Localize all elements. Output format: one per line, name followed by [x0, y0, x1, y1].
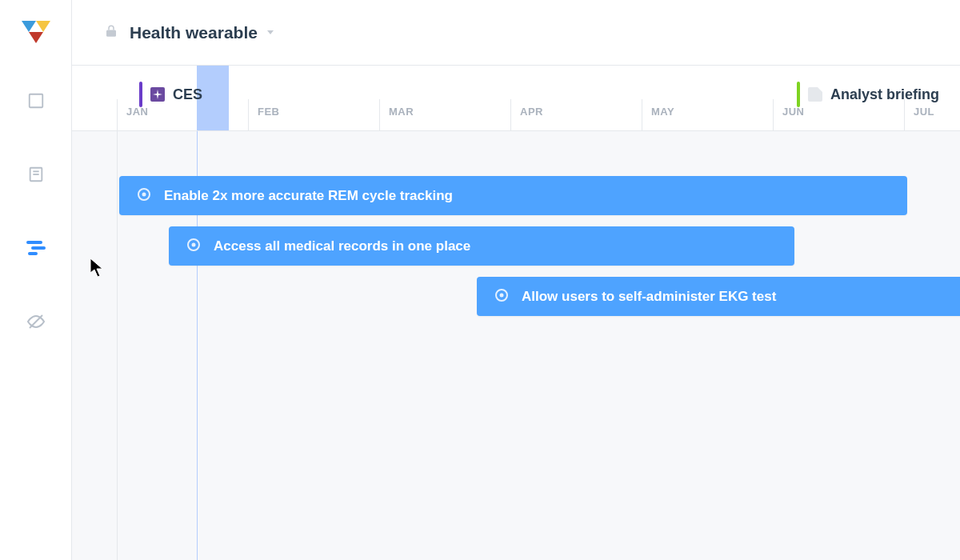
month-label: MAY: [651, 106, 674, 118]
month-label: JUN: [782, 106, 805, 118]
timeline-header: JANFEBMARAPRMAYJUNJULCESAnalyst briefing: [72, 66, 960, 131]
month-label: FEB: [258, 106, 280, 118]
sparkle-icon: [150, 87, 165, 102]
sidebar: [0, 0, 72, 560]
nav-roadmap-icon[interactable]: [26, 238, 46, 258]
svg-rect-10: [31, 246, 46, 250]
month-label: MAR: [389, 106, 414, 118]
roadmap-card-label: Access all medical records in one place: [214, 238, 470, 254]
event-marker: [797, 82, 800, 107]
header: Health wearable: [72, 0, 960, 66]
svg-point-17: [142, 192, 146, 196]
svg-rect-11: [28, 252, 38, 255]
chevron-down-icon[interactable]: [266, 26, 275, 40]
document-icon: [808, 87, 822, 102]
app-logo[interactable]: [22, 21, 50, 50]
month-label: APR: [520, 106, 543, 118]
target-icon: [494, 288, 509, 306]
nav-document-icon[interactable]: [26, 165, 46, 184]
lock-icon: [104, 23, 118, 42]
svg-point-19: [192, 242, 196, 246]
workspace-title[interactable]: Health wearable: [130, 23, 258, 42]
event-label: Analyst briefing: [830, 86, 939, 103]
roadmap-area[interactable]: Enable 2x more accurate REM cycle tracki…: [72, 131, 960, 560]
svg-marker-14: [267, 30, 274, 34]
event-label: CES: [173, 86, 202, 103]
svg-marker-15: [153, 90, 162, 99]
roadmap-card[interactable]: Allow users to self-administer EKG test: [477, 277, 960, 316]
timeline-event[interactable]: Analyst briefing: [797, 82, 939, 107]
roadmap-card-label: Allow users to self-administer EKG test: [522, 289, 776, 305]
month-label: JUL: [914, 106, 934, 118]
nav-board-icon[interactable]: [26, 91, 46, 110]
roadmap-card-label: Enable 2x more accurate REM cycle tracki…: [164, 188, 453, 204]
event-marker: [139, 82, 142, 107]
roadmap-card[interactable]: Access all medical records in one place: [169, 226, 794, 266]
timeline-event[interactable]: CES: [139, 82, 202, 107]
roadmap-card[interactable]: Enable 2x more accurate REM cycle tracki…: [119, 176, 907, 215]
target-icon: [186, 238, 201, 255]
month-label: JAN: [126, 106, 149, 118]
svg-rect-13: [106, 30, 116, 36]
nav-hidden-icon[interactable]: [26, 312, 46, 331]
target-icon: [137, 187, 151, 205]
svg-point-21: [500, 293, 504, 297]
svg-marker-1: [36, 21, 50, 32]
svg-marker-2: [29, 32, 43, 43]
svg-rect-9: [26, 241, 42, 244]
